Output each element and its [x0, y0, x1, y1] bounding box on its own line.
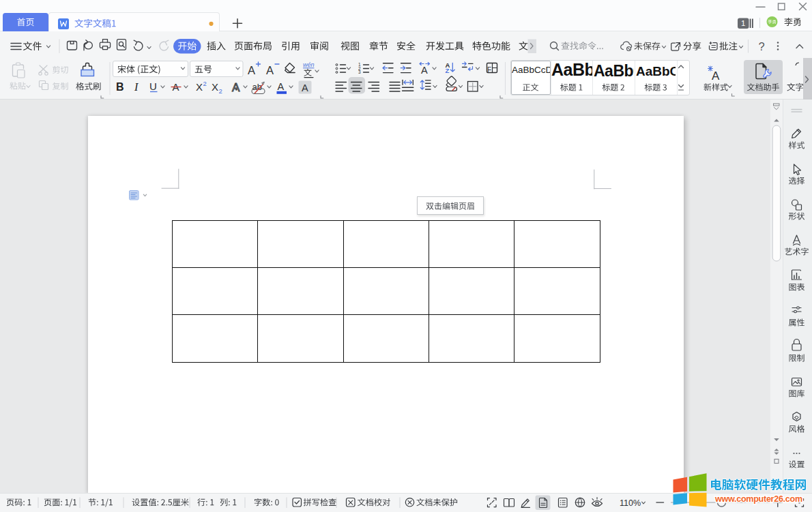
svg-text:110%: 110% [620, 498, 641, 508]
svg-text:www.computer26.com: www.computer26.com [714, 494, 802, 504]
svg-text:wén: wén [303, 61, 315, 68]
svg-text:X: X [196, 81, 203, 93]
svg-text:I: I [134, 81, 139, 93]
svg-text:3: 3 [358, 70, 361, 74]
svg-text:A: A [421, 65, 428, 76]
svg-text:X: X [212, 81, 218, 93]
svg-text:2: 2 [203, 80, 207, 87]
svg-text:?: ? [758, 40, 764, 52]
svg-text:F: F [487, 66, 491, 74]
svg-text:A: A [712, 70, 720, 82]
svg-text:U: U [149, 80, 157, 92]
svg-text:A: A [278, 81, 285, 92]
svg-text:A: A [248, 64, 255, 76]
svg-text:Z: Z [446, 67, 450, 74]
svg-text:A: A [232, 81, 240, 94]
svg-text:A: A [302, 82, 308, 93]
svg-text:1: 1 [741, 19, 745, 27]
svg-text:2: 2 [219, 87, 222, 95]
svg-text:A: A [266, 64, 274, 76]
svg-text:B: B [116, 81, 124, 93]
